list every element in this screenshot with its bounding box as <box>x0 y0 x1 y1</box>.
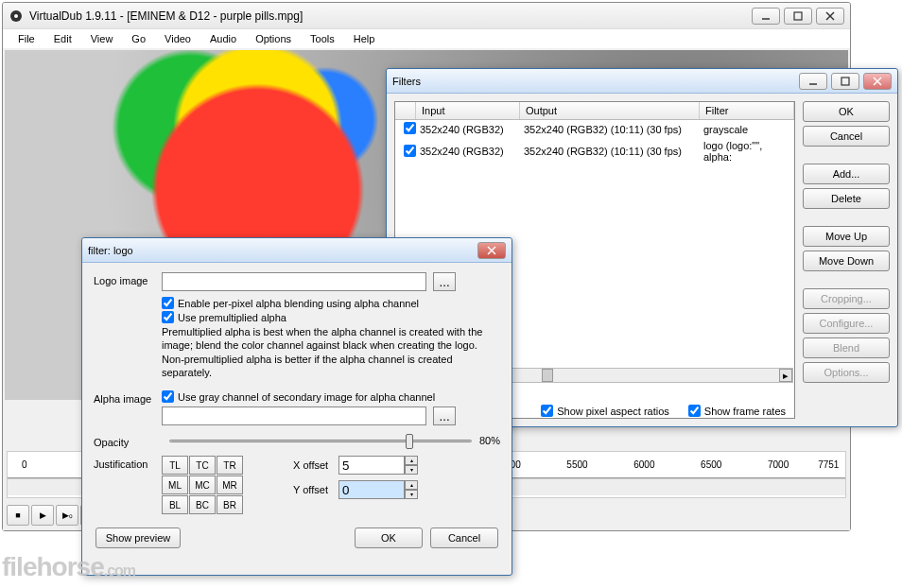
just-ml-button[interactable]: ML <box>162 476 188 494</box>
tick-label: 7000 <box>768 459 789 470</box>
logo-close-button[interactable] <box>477 242 506 259</box>
delete-button[interactable]: Delete <box>803 188 890 209</box>
minimize-button[interactable] <box>752 8 780 25</box>
filters-title: Filters <box>392 76 799 87</box>
filters-close-button[interactable] <box>863 73 892 90</box>
tick-label: 0 <box>22 459 27 470</box>
just-tr-button[interactable]: TR <box>217 456 243 475</box>
menu-help[interactable]: Help <box>346 31 383 46</box>
menu-go[interactable]: Go <box>124 31 153 46</box>
main-titlebar[interactable]: VirtualDub 1.9.11 - [EMINEM & D12 - purp… <box>3 3 850 29</box>
move-down-button[interactable]: Move Down <box>803 251 890 271</box>
blend-button[interactable]: Blend <box>803 337 890 358</box>
col-input[interactable]: Input <box>416 102 520 119</box>
tick-label: 7751 <box>818 459 839 470</box>
menu-audio[interactable]: Audio <box>202 31 244 46</box>
filter-row-output: 352x240 (RGB32) (10:11) (30 fps) <box>524 146 703 157</box>
main-title: VirtualDub 1.9.11 - [EMINEM & D12 - purp… <box>29 9 752 23</box>
justification-grid: TL TC TR ML MC MR BL BC BR <box>162 456 243 514</box>
filter-list-header: Input Output Filter <box>395 102 794 120</box>
menu-options[interactable]: Options <box>248 31 299 46</box>
col-check[interactable] <box>395 102 416 119</box>
configure-button[interactable]: Configure... <box>803 313 890 334</box>
use-gray-channel-checkbox[interactable] <box>162 390 174 403</box>
just-tc-button[interactable]: TC <box>189 456 216 475</box>
logo-image-input[interactable] <box>162 272 426 291</box>
y-offset-input[interactable] <box>338 480 405 499</box>
filter-row-checkbox[interactable] <box>404 145 416 157</box>
filter-row-output: 352x240 (RGB32) (10:11) (30 fps) <box>524 124 703 135</box>
filter-row-checkbox[interactable] <box>404 122 416 134</box>
x-offset-label: X offset <box>293 459 338 471</box>
just-mr-button[interactable]: MR <box>217 476 243 494</box>
tick-label: 6000 <box>633 459 654 470</box>
svg-rect-3 <box>794 12 802 20</box>
just-bl-button[interactable]: BL <box>162 495 188 514</box>
scroll-right-icon[interactable]: ▸ <box>779 369 792 382</box>
cancel-button[interactable]: Cancel <box>803 126 890 147</box>
opacity-slider-thumb[interactable] <box>406 434 413 449</box>
filter-row[interactable]: 352x240 (RGB32) 352x240 (RGB32) (10:11) … <box>395 138 794 164</box>
cropping-button[interactable]: Cropping... <box>803 288 890 309</box>
menu-edit[interactable]: Edit <box>46 31 79 46</box>
filter-row-input: 352x240 (RGB32) <box>420 146 524 157</box>
options-button[interactable]: Options... <box>803 362 890 383</box>
filter-row-name: grayscale <box>703 124 790 135</box>
play-output-button[interactable]: ▶₀ <box>56 505 78 526</box>
x-offset-down-button[interactable]: ▾ <box>405 465 418 475</box>
filter-row[interactable]: 352x240 (RGB32) 352x240 (RGB32) (10:11) … <box>395 120 794 138</box>
close-button[interactable] <box>816 8 844 25</box>
col-filter[interactable]: Filter <box>700 102 794 119</box>
add-button[interactable]: Add... <box>803 164 890 184</box>
x-offset-input[interactable] <box>338 456 405 475</box>
menu-tools[interactable]: Tools <box>303 31 342 46</box>
y-offset-label: Y offset <box>293 484 338 495</box>
y-offset-down-button[interactable]: ▾ <box>405 490 418 499</box>
premult-description: Premultiplied alpha is best when the alp… <box>162 325 500 379</box>
logo-cancel-button[interactable]: Cancel <box>430 527 498 548</box>
alpha-image-label: Alpha image <box>94 390 162 405</box>
opacity-label: Opacity <box>94 434 162 448</box>
just-br-button[interactable]: BR <box>217 495 243 514</box>
scroll-thumb[interactable] <box>542 369 553 382</box>
col-output[interactable]: Output <box>520 102 700 119</box>
premultiplied-alpha-checkbox[interactable] <box>162 311 174 323</box>
filters-titlebar[interactable]: Filters <box>387 69 897 94</box>
tick-label: 6500 <box>701 459 721 470</box>
logo-filter-dialog: filter: logo Logo image ... Enable per-p… <box>81 237 512 576</box>
menu-file[interactable]: File <box>10 31 43 46</box>
show-frame-rates-checkbox[interactable]: Show frame rates <box>688 405 786 417</box>
just-mc-button[interactable]: MC <box>189 476 216 494</box>
logo-titlebar[interactable]: filter: logo <box>82 238 512 263</box>
alpha-image-browse-button[interactable]: ... <box>433 406 456 425</box>
svg-point-1 <box>14 14 18 18</box>
logo-image-label: Logo image <box>94 272 162 286</box>
maximize-button[interactable] <box>784 8 812 25</box>
menu-view[interactable]: View <box>83 31 121 46</box>
app-icon <box>9 9 24 24</box>
filters-minimize-button[interactable] <box>799 73 827 90</box>
filter-row-name: logo (logo:"", alpha: <box>703 140 790 163</box>
play-input-button[interactable]: ▶ <box>31 505 54 526</box>
move-up-button[interactable]: Move Up <box>803 226 890 247</box>
logo-ok-button[interactable]: OK <box>355 527 423 548</box>
filters-maximize-button[interactable] <box>831 73 859 90</box>
svg-rect-7 <box>841 78 849 85</box>
enable-alpha-checkbox[interactable] <box>162 297 174 309</box>
logo-image-browse-button[interactable]: ... <box>433 272 456 291</box>
just-bc-button[interactable]: BC <box>189 495 216 514</box>
alpha-image-input[interactable] <box>162 406 426 425</box>
y-offset-up-button[interactable]: ▴ <box>405 480 418 490</box>
show-pixel-aspect-checkbox[interactable]: Show pixel aspect ratios <box>541 405 669 417</box>
stop-button[interactable]: ■ <box>7 505 29 526</box>
menu-video[interactable]: Video <box>157 31 199 46</box>
just-tl-button[interactable]: TL <box>162 456 188 475</box>
opacity-value: 80% <box>479 435 500 446</box>
menubar: File Edit View Go Video Audio Options To… <box>3 29 850 48</box>
justification-label: Justification <box>94 456 162 470</box>
filter-row-input: 352x240 (RGB32) <box>420 124 524 135</box>
show-preview-button[interactable]: Show preview <box>95 527 181 548</box>
opacity-slider[interactable] <box>169 431 472 450</box>
ok-button[interactable]: OK <box>803 101 890 122</box>
x-offset-up-button[interactable]: ▴ <box>405 456 418 465</box>
